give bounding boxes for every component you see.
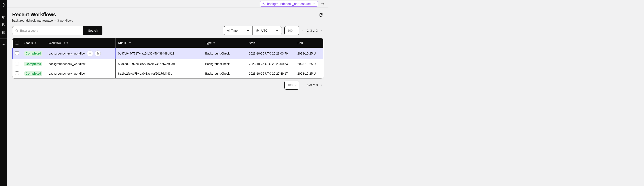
page-namespace: backgroundcheck_namespace — [12, 19, 53, 22]
namespace-switcher[interactable]: backgroundcheck_namespace — [260, 1, 318, 7]
end-cell: 2023-10-25 U — [295, 69, 323, 78]
search-box[interactable] — [12, 26, 83, 35]
svg-point-11 — [320, 42, 320, 42]
time-range-label: All Time — [227, 29, 238, 32]
page-next-button[interactable] — [320, 84, 323, 87]
svg-point-5 — [262, 2, 265, 5]
svg-point-0 — [2, 16, 5, 18]
table-columns-menu[interactable] — [318, 42, 321, 44]
svg-point-9 — [16, 30, 17, 31]
separator-dot: • — [54, 19, 56, 22]
start-cell: 2023-10-25 UTC 20:27:49.17 — [247, 69, 295, 78]
status-badge: Completed — [24, 62, 42, 66]
chevron-down-icon — [276, 29, 278, 32]
chevron-down-icon — [312, 2, 315, 5]
search-input[interactable] — [20, 29, 80, 32]
status-badge: Completed — [24, 72, 42, 76]
nav-workflows-icon[interactable] — [2, 15, 6, 19]
chevron-down-icon — [246, 29, 250, 32]
chevron-down-icon[interactable] — [304, 42, 306, 44]
col-end-header[interactable]: End — [298, 41, 303, 45]
page-range-text: 1–3 of 3 — [307, 29, 318, 32]
start-cell: 2023-10-25 UTC 20:28:03.79 — [247, 48, 295, 59]
page-prev-button[interactable] — [301, 84, 305, 87]
top-pager: 100 1–3 of 3 — [284, 26, 323, 35]
topbar: backgroundcheck_namespace — [7, 0, 328, 8]
page-size-select[interactable]: 100 — [284, 80, 299, 90]
chevron-down-icon — [294, 29, 297, 32]
page-size-value: 100 — [288, 29, 292, 32]
refresh-button[interactable] — [318, 12, 323, 18]
row-checkbox[interactable] — [15, 72, 19, 75]
filter-icon[interactable] — [66, 42, 69, 44]
type-cell: BackgroundCheck — [203, 69, 247, 78]
col-runid-header[interactable]: Run ID — [118, 41, 128, 45]
workflows-table: Status Workflow ID Run ID — [12, 38, 323, 78]
run-id-cell: 8e1bc2fa-cb7f-4da0-8aca-af2017dd443d — [116, 69, 203, 78]
svg-point-6 — [264, 4, 264, 4]
clock-icon — [256, 29, 259, 32]
svg-point-8 — [323, 3, 324, 4]
sidebar-divider — [0, 38, 7, 39]
row-checkbox[interactable] — [15, 62, 19, 66]
row-checkbox[interactable] — [15, 51, 19, 55]
svg-point-12 — [320, 43, 320, 43]
page-title: Recent Workflows — [12, 12, 73, 18]
timezone-label: UTC — [261, 29, 268, 32]
table-row[interactable]: Completed backgroundcheck_workflow 0b97c… — [12, 48, 323, 59]
page-range-text: 1–3 of 3 — [307, 84, 318, 87]
run-id-cell: 0b97c944-7717-4a12-b30f-5b438448d919 — [116, 48, 203, 59]
chevron-down-icon[interactable] — [256, 42, 259, 44]
page-size-select[interactable]: 100 — [284, 26, 299, 35]
workflow-id-link[interactable]: backgroundcheck_workflow — [48, 62, 85, 66]
svg-point-13 — [320, 44, 320, 44]
svg-point-7 — [322, 3, 323, 4]
svg-point-1 — [3, 17, 4, 18]
page-next-button[interactable] — [320, 29, 323, 32]
nav-schedules-icon[interactable] — [2, 23, 6, 27]
page-header: Recent Workflows backgroundcheck_namespa… — [12, 12, 323, 22]
data-encoder-button[interactable] — [320, 2, 325, 6]
controls-row: Search All Time UTC 100 1–3 of 3 — [12, 26, 323, 35]
sidebar — [0, 0, 7, 95]
chevron-down-icon — [294, 84, 297, 86]
type-cell: BackgroundCheck — [203, 59, 247, 69]
col-status-header[interactable]: Status — [24, 41, 33, 45]
filter-icon[interactable] — [34, 42, 37, 44]
workflow-id-link[interactable]: backgroundcheck_workflow — [48, 52, 85, 55]
status-badge: Completed — [24, 51, 42, 56]
svg-rect-4 — [2, 32, 5, 34]
search-icon — [15, 29, 18, 32]
namespace-label: backgroundcheck_namespace — [267, 2, 311, 6]
namespace-icon — [262, 2, 266, 6]
table-row[interactable]: Completed backgroundcheck_workflow 8e1bc… — [12, 69, 323, 78]
table-row[interactable]: Completed backgroundcheck_workflow 52c46… — [12, 59, 323, 69]
search-button[interactable]: Search — [83, 26, 102, 35]
page-count: 3 workflows — [57, 19, 73, 22]
filter-icon[interactable] — [129, 42, 131, 44]
page-size-value: 100 — [288, 84, 292, 87]
select-all-checkbox[interactable] — [15, 41, 19, 44]
end-cell: 2023-10-25 U — [295, 48, 323, 59]
time-range-select[interactable]: All Time — [224, 26, 253, 35]
end-cell: 2023-10-25 U — [295, 59, 323, 69]
main-content: Recent Workflows backgroundcheck_namespa… — [7, 8, 328, 90]
bottom-pager: 100 1–3 of 3 — [284, 80, 323, 90]
copy-id-button[interactable] — [95, 50, 101, 56]
page-prev-button[interactable] — [301, 29, 305, 32]
filter-icon[interactable] — [213, 42, 216, 44]
col-start-header[interactable]: Start — [249, 41, 255, 45]
col-type-header[interactable]: Type — [205, 41, 212, 45]
run-id-cell: 52c46d90-92bc-4b27-b4ce-741e567e90a9 — [116, 59, 203, 69]
col-wfid-header[interactable]: Workflow ID — [48, 41, 64, 45]
time-picker-group: All Time UTC — [224, 26, 282, 35]
nav-labs-icon[interactable] — [2, 42, 6, 46]
type-cell: BackgroundCheck — [203, 48, 247, 59]
filter-by-id-button[interactable] — [87, 50, 93, 56]
start-cell: 2023-10-25 UTC 20:28:00.54 — [247, 59, 295, 69]
nav-archive-icon[interactable] — [2, 30, 6, 35]
workflow-id-link[interactable]: backgroundcheck_workflow — [48, 72, 85, 75]
timezone-select[interactable]: UTC — [253, 26, 282, 35]
temporal-logo-icon — [1, 3, 6, 8]
